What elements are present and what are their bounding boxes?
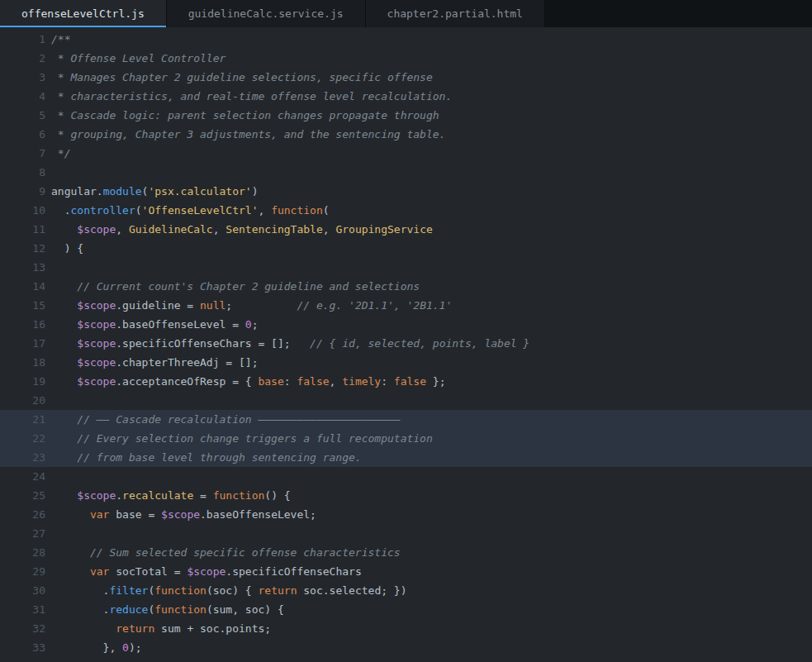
tab-label: chapter2.partial.html [387,7,523,20]
line-number: 23 [0,448,51,467]
code-text: $scope.recalculate = function() { [51,486,812,505]
code-line-30[interactable]: 30 .filter(function(soc) { return soc.se… [0,581,812,600]
code-text: */ [51,144,812,163]
line-number: 22 [0,429,51,448]
code-line-16[interactable]: 16 $scope.baseOffenseLevel = 0; [0,315,812,334]
line-number: 31 [0,600,51,619]
line-number: 17 [0,334,51,353]
line-number: 5 [0,106,51,125]
line-number: 19 [0,372,51,391]
code-text: return sum + soc.points; [51,619,812,638]
line-number: 18 [0,353,51,372]
code-line-15[interactable]: 15 $scope.guideline = null; // e.g. '2D1… [0,296,812,315]
code-text: angular.module('psx.calculator') [51,182,812,201]
code-line-27[interactable]: 27 [0,524,812,543]
code-text: // Sum selected specific offense charact… [51,543,812,562]
code-line-20[interactable]: 20 [0,391,812,410]
code-text: // Every selection change triggers a ful… [51,429,812,448]
code-line-24[interactable]: 24 [0,467,812,486]
tab-guidelinecalc-service-js[interactable]: guidelineCalc.service.js [167,0,366,27]
code-line-13[interactable]: 13 [0,258,812,277]
editor-code: 1/**2 * Offense Level Controller3 * Mana… [0,30,812,662]
code-line-33[interactable]: 33 }, 0); [0,638,812,657]
line-number: 30 [0,581,51,600]
code-text [51,391,812,410]
code-text: * characteristics, and real-time offense… [51,87,812,106]
line-number: 29 [0,562,51,581]
code-line-9[interactable]: 9angular.module('psx.calculator') [0,182,812,201]
line-number: 27 [0,524,51,543]
line-number: 8 [0,163,51,182]
line-number: 11 [0,220,51,239]
code-line-29[interactable]: 29 var socTotal = $scope.specificOffense… [0,562,812,581]
code-text: * grouping, Chapter 3 adjustments, and t… [51,125,812,144]
tab-bar: offenseLevelCtrl.jsguidelineCalc.service… [0,0,812,27]
tab-chapter2-partial-html[interactable]: chapter2.partial.html [366,0,545,27]
code-line-12[interactable]: 12 ) { [0,239,812,258]
line-number: 15 [0,296,51,315]
code-text [51,163,812,182]
line-number: 7 [0,144,51,163]
code-text: $scope, GuidelineCalc, SentencingTable, … [51,220,812,239]
line-number: 13 [0,258,51,277]
code-line-3[interactable]: 3 * Manages Chapter 2 guideline selectio… [0,68,812,87]
code-line-1[interactable]: 1/** [0,30,812,49]
code-line-31[interactable]: 31 .reduce(function(sum, soc) { [0,600,812,619]
line-number: 10 [0,201,51,220]
code-text: $scope.specificOffenseChars = []; // { i… [51,334,812,353]
code-text: ) { [51,239,812,258]
line-number: 20 [0,391,51,410]
line-number: 2 [0,49,51,68]
line-number: 4 [0,87,51,106]
line-number: 25 [0,486,51,505]
code-line-18[interactable]: 18 $scope.chapterThreeAdj = []; [0,353,812,372]
code-line-34[interactable]: 34 [0,657,812,662]
code-text [51,657,812,662]
code-line-10[interactable]: 10 .controller('OffenseLevelCtrl', funct… [0,201,812,220]
code-line-6[interactable]: 6 * grouping, Chapter 3 adjustments, and… [0,125,812,144]
code-line-4[interactable]: 4 * characteristics, and real-time offen… [0,87,812,106]
line-number: 24 [0,467,51,486]
tab-offenselevelctrl-js[interactable]: offenseLevelCtrl.js [0,0,167,27]
code-line-25[interactable]: 25 $scope.recalculate = function() { [0,486,812,505]
code-line-14[interactable]: 14 // Current count's Chapter 2 guidelin… [0,277,812,296]
code-line-22[interactable]: 22 // Every selection change triggers a … [0,429,812,448]
line-number: 12 [0,239,51,258]
code-text: // —— Cascade recalculation ————————————… [51,410,812,429]
code-text: // from base level through sentencing ra… [51,448,812,467]
line-number: 33 [0,638,51,657]
code-line-5[interactable]: 5 * Cascade logic: parent selection chan… [0,106,812,125]
line-number: 16 [0,315,51,334]
tab-label: offenseLevelCtrl.js [21,7,145,20]
code-line-21[interactable]: 21 // —— Cascade recalculation —————————… [0,410,812,429]
line-number: 21 [0,410,51,429]
code-text: * Manages Chapter 2 guideline selections… [51,68,812,87]
line-number: 28 [0,543,51,562]
line-number: 34 [0,657,51,662]
code-text: * Offense Level Controller [51,49,812,68]
editor[interactable]: 1/**2 * Offense Level Controller3 * Mana… [0,27,812,662]
code-line-23[interactable]: 23 // from base level through sentencing… [0,448,812,467]
line-number: 26 [0,505,51,524]
code-line-32[interactable]: 32 return sum + soc.points; [0,619,812,638]
code-text: $scope.chapterThreeAdj = []; [51,353,812,372]
code-line-17[interactable]: 17 $scope.specificOffenseChars = []; // … [0,334,812,353]
code-line-8[interactable]: 8 [0,163,812,182]
code-line-19[interactable]: 19 $scope.acceptanceOfResp = { base: fal… [0,372,812,391]
code-text: /** [51,30,812,49]
tab-label: guidelineCalc.service.js [188,7,344,20]
line-number: 1 [0,30,51,49]
code-line-28[interactable]: 28 // Sum selected specific offense char… [0,543,812,562]
code-line-7[interactable]: 7 */ [0,144,812,163]
code-text [51,467,812,486]
line-number: 3 [0,68,51,87]
code-text: var socTotal = $scope.specificOffenseCha… [51,562,812,581]
code-text [51,524,812,543]
code-text: $scope.baseOffenseLevel = 0; [51,315,812,334]
code-line-26[interactable]: 26 var base = $scope.baseOffenseLevel; [0,505,812,524]
code-text [51,258,812,277]
code-text: .reduce(function(sum, soc) { [51,600,812,619]
code-line-11[interactable]: 11 $scope, GuidelineCalc, SentencingTabl… [0,220,812,239]
code-text: var base = $scope.baseOffenseLevel; [51,505,812,524]
code-line-2[interactable]: 2 * Offense Level Controller [0,49,812,68]
